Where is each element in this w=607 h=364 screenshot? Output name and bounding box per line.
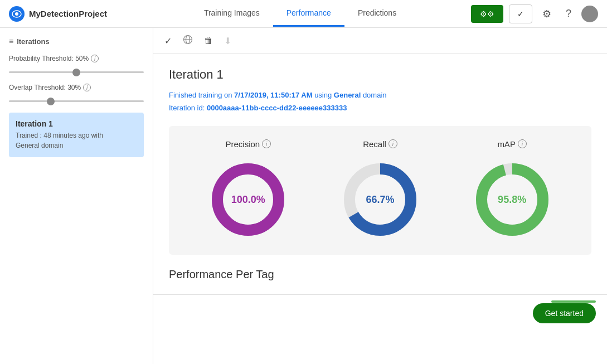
precision-value: 100.0%	[231, 193, 265, 205]
get-started-button[interactable]: Get started	[533, 303, 596, 323]
train-gear-icon: ⚙⚙	[480, 9, 494, 18]
help-button[interactable]: ?	[561, 6, 576, 22]
training-info: Finished training on 7/17/2019, 11:50:17…	[169, 89, 591, 115]
tab-training-images[interactable]: Training Images	[191, 1, 273, 27]
content-area: ✓ 🗑 ⬇ Iteration 1 Finished training on 7…	[153, 28, 607, 364]
overlap-info-icon[interactable]: i	[83, 84, 91, 91]
app-title: MyDetectionProject	[29, 9, 107, 18]
training-mid: using	[313, 91, 334, 99]
recall-info-icon[interactable]: i	[389, 139, 397, 148]
probability-threshold-slider[interactable]	[9, 71, 144, 73]
probability-threshold-label: Probability Threshold: 50% i	[9, 55, 144, 62]
precision-metric: Precision i 100.0%	[206, 139, 290, 241]
settings-icon: ⚙	[542, 8, 551, 20]
map-label: mAP i	[470, 139, 554, 149]
overlap-threshold-container: Overlap Threshold: 30% i	[9, 84, 144, 104]
recall-metric: Recall i 66.7%	[338, 139, 422, 241]
progress-bar	[551, 300, 596, 303]
precision-info-icon[interactable]: i	[262, 139, 271, 148]
map-donut: 95.8%	[470, 158, 554, 241]
iteration-heading: Iteration 1	[169, 67, 591, 82]
tab-predictions[interactable]: Predictions	[344, 1, 410, 27]
sidebar: ≡ Iterations Probability Threshold: 50% …	[0, 28, 153, 364]
tab-performance[interactable]: Performance	[273, 1, 344, 27]
checkmark-icon: ✓	[517, 9, 524, 18]
recall-label: Recall i	[338, 139, 422, 149]
probability-threshold-container: Probability Threshold: 50% i	[9, 55, 144, 75]
probability-info-icon[interactable]: i	[91, 55, 99, 62]
content-toolbar: ✓ 🗑 ⬇	[153, 28, 607, 54]
layers-icon: ≡	[9, 37, 13, 46]
iteration-id-prefix: Iteration id:	[169, 104, 207, 112]
content-body: Iteration 1 Finished training on 7/17/20…	[153, 54, 607, 294]
iteration-card[interactable]: Iteration 1 Trained : 48 minutes ago wit…	[9, 113, 144, 157]
precision-label: Precision i	[206, 139, 290, 149]
overlap-threshold-label: Overlap Threshold: 30% i	[9, 84, 144, 91]
training-date: 7/17/2019, 11:50:17 AM	[234, 91, 312, 99]
publish-button[interactable]: ✓	[509, 4, 532, 23]
app-logo: MyDetectionProject	[9, 6, 107, 22]
help-icon: ?	[566, 8, 571, 20]
main-nav: Training Images Performance Predictions	[129, 1, 471, 27]
iteration-card-description: Trained : 48 minutes ago withGeneral dom…	[16, 130, 137, 151]
map-info-icon[interactable]: i	[518, 139, 527, 148]
toolbar-download-icon[interactable]: ⬇	[224, 36, 231, 46]
precision-donut: 100.0%	[206, 158, 290, 241]
svg-point-1	[15, 12, 18, 16]
metrics-panel: Precision i 100.0% Recall	[169, 126, 591, 255]
recall-value: 66.7%	[366, 193, 394, 205]
logo-icon	[9, 6, 25, 22]
map-metric: mAP i 95.8%	[470, 139, 554, 241]
map-value: 95.8%	[498, 193, 526, 205]
toolbar-check-icon[interactable]: ✓	[164, 36, 172, 46]
training-prefix: Finished training on	[169, 91, 234, 99]
sidebar-section-title: ≡ Iterations	[9, 37, 144, 46]
overlap-threshold-slider[interactable]	[9, 100, 144, 102]
training-domain: General	[334, 91, 361, 99]
iteration-id: 0000aaaa-11bb-cccc-dd22-eeeeee333333	[207, 104, 347, 112]
training-suffix: domain	[361, 91, 386, 99]
performance-per-tag-label: Performance Per Tag	[169, 268, 591, 281]
header: MyDetectionProject Training Images Perfo…	[0, 0, 607, 28]
toolbar-globe-icon[interactable]	[183, 35, 193, 47]
iteration-card-title: Iteration 1	[16, 119, 137, 128]
toolbar-delete-icon[interactable]: 🗑	[204, 36, 213, 46]
main-layout: ≡ Iterations Probability Threshold: 50% …	[0, 28, 607, 364]
train-button[interactable]: ⚙⚙	[471, 5, 503, 23]
settings-button[interactable]: ⚙	[538, 6, 556, 22]
header-actions: ⚙⚙ ✓ ⚙ ?	[471, 4, 598, 23]
user-avatar[interactable]	[581, 6, 598, 22]
recall-donut: 66.7%	[338, 158, 422, 241]
